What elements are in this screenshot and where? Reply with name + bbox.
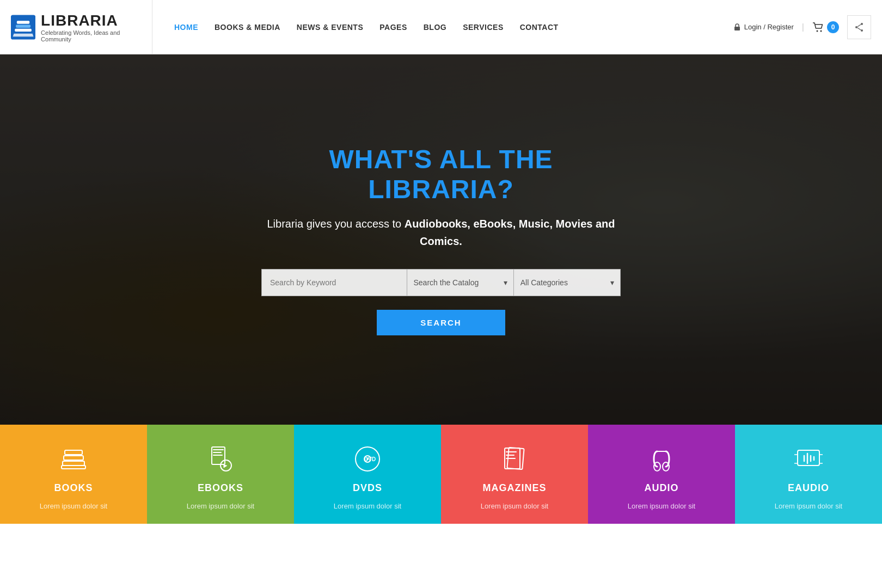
logo-area: LIBRARIA Celebrating Words, Ideas and Co… xyxy=(11,0,152,54)
search-keyword-input[interactable] xyxy=(261,269,407,296)
tile-magazines[interactable]: MAGAZINES Lorem ipsum dolor sit xyxy=(441,425,588,524)
svg-rect-19 xyxy=(213,452,222,453)
nav-home[interactable]: HOME xyxy=(174,23,198,32)
svg-point-10 xyxy=(855,26,857,28)
cart-count: 0 xyxy=(827,21,839,33)
hero-subtitle-prefix: Libraria gives you access to xyxy=(267,218,404,230)
svg-rect-30 xyxy=(506,458,516,459)
svg-rect-1 xyxy=(15,28,32,31)
svg-rect-5 xyxy=(734,27,740,30)
tile-dvds-label: DVDS xyxy=(353,482,382,494)
site-header: LIBRARIA Celebrating Words, Ideas and Co… xyxy=(0,0,882,54)
svg-point-8 xyxy=(861,23,863,25)
logo-text: LIBRARIA Celebrating Words, Ideas and Co… xyxy=(41,12,141,42)
share-icon xyxy=(854,22,864,32)
tile-eaudio-desc: Lorem ipsum dolor sit xyxy=(775,502,842,510)
tile-audio[interactable]: AUDIO Lorem ipsum dolor sit xyxy=(588,425,735,524)
nav-news-events[interactable]: NEWS & EVENTS xyxy=(297,23,363,32)
hero-subtitle: Libraria gives you access to Audiobooks,… xyxy=(261,215,621,250)
header-right: Login / Register | 0 xyxy=(733,15,871,39)
tile-books[interactable]: BOOKS Lorem ipsum dolor sit xyxy=(0,425,147,524)
search-bar: Search the Catalog Books eBooks DVDs Mag… xyxy=(261,269,621,296)
tile-ebooks-label: EBOOKS xyxy=(198,482,243,494)
tile-audio-desc: Lorem ipsum dolor sit xyxy=(628,502,695,510)
tile-magazines-label: MAGAZINES xyxy=(483,482,547,494)
login-button[interactable]: Login / Register xyxy=(733,23,794,31)
hero-subtitle-bold: Audiobooks, eBooks, Music, Movies and Co… xyxy=(405,218,615,247)
search-categories-select[interactable]: All Categories Books eBooks DVDs Magazin… xyxy=(514,269,621,296)
search-catalog-select[interactable]: Search the Catalog Books eBooks DVDs Mag… xyxy=(407,269,514,296)
tile-eaudio[interactable]: EAUDIO Lorem ipsum dolor sit xyxy=(735,425,882,524)
svg-rect-20 xyxy=(213,455,223,456)
nav-pages[interactable]: PAGES xyxy=(379,23,407,32)
search-categories-wrapper: All Categories Books eBooks DVDs Magazin… xyxy=(514,269,621,296)
logo-subtitle: Celebrating Words, Ideas and Community xyxy=(41,29,141,42)
nav-blog[interactable]: BLOG xyxy=(424,23,446,32)
tile-audio-label: AUDIO xyxy=(645,482,679,494)
logo-title: LIBRARIA xyxy=(41,12,141,29)
nav-contact[interactable]: CONTACT xyxy=(520,23,559,32)
category-tiles: BOOKS Lorem ipsum dolor sit EBOOKS Lorem… xyxy=(0,425,882,524)
svg-marker-4 xyxy=(13,33,34,36)
tile-ebooks[interactable]: EBOOKS Lorem ipsum dolor sit xyxy=(147,425,294,524)
svg-rect-28 xyxy=(506,451,517,452)
tile-ebooks-desc: Lorem ipsum dolor sit xyxy=(187,502,254,510)
tile-magazines-desc: Lorem ipsum dolor sit xyxy=(481,502,548,510)
svg-rect-29 xyxy=(506,455,514,456)
tile-dvds-desc: Lorem ipsum dolor sit xyxy=(334,502,401,510)
svg-point-6 xyxy=(817,30,818,32)
dvd-icon: DVD xyxy=(352,444,383,474)
login-label: Login / Register xyxy=(744,23,794,31)
svg-rect-18 xyxy=(213,449,224,450)
svg-point-7 xyxy=(820,30,822,32)
ebooks-icon xyxy=(205,444,236,474)
nav-services[interactable]: SERVICES xyxy=(463,23,504,32)
nav-books-media[interactable]: BOOKS & MEDIA xyxy=(215,23,280,32)
cart-button[interactable]: 0 xyxy=(812,21,839,33)
svg-text:DVD: DVD xyxy=(364,456,376,462)
eaudio-icon xyxy=(793,444,824,474)
tile-eaudio-label: EAUDIO xyxy=(788,482,829,494)
svg-line-11 xyxy=(857,24,861,27)
svg-rect-2 xyxy=(16,24,30,27)
logo-icon xyxy=(11,14,35,41)
main-nav: HOME BOOKS & MEDIA NEWS & EVENTS PAGES B… xyxy=(152,23,733,32)
svg-rect-13 xyxy=(63,461,84,465)
audio-icon xyxy=(646,444,677,474)
svg-point-9 xyxy=(861,29,863,32)
svg-line-12 xyxy=(857,28,861,30)
magazines-icon xyxy=(499,444,530,474)
search-catalog-wrapper: Search the Catalog Books eBooks DVDs Mag… xyxy=(407,269,514,296)
cart-icon xyxy=(812,22,824,32)
search-button[interactable]: SEARCH xyxy=(377,310,505,335)
svg-rect-3 xyxy=(17,21,29,23)
lock-icon xyxy=(733,23,741,31)
share-button[interactable] xyxy=(847,15,871,39)
hero-title: WHAT'S ALL THE LIBRARIA? xyxy=(261,144,621,204)
tile-dvds[interactable]: DVD DVDS Lorem ipsum dolor sit xyxy=(294,425,441,524)
books-icon xyxy=(58,444,89,474)
svg-rect-15 xyxy=(65,450,82,455)
hero-section: WHAT'S ALL THE LIBRARIA? Libraria gives … xyxy=(0,54,882,425)
tile-books-desc: Lorem ipsum dolor sit xyxy=(40,502,107,510)
tile-books-label: BOOKS xyxy=(54,482,93,494)
hero-content: WHAT'S ALL THE LIBRARIA? Libraria gives … xyxy=(250,133,632,346)
svg-rect-16 xyxy=(62,465,85,469)
header-separator: | xyxy=(802,22,804,32)
svg-rect-14 xyxy=(64,456,83,460)
svg-rect-34 xyxy=(798,450,819,465)
